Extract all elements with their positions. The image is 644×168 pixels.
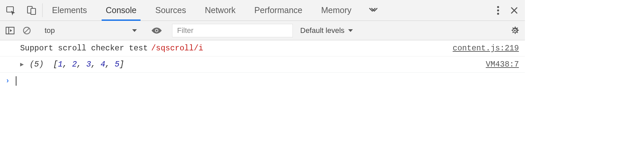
tab-elements[interactable]: Elements bbox=[43, 0, 96, 20]
array-item: 1 bbox=[58, 60, 63, 69]
log-text: Support scroll checker test bbox=[20, 44, 148, 53]
prompt-chevron-icon: › bbox=[5, 77, 10, 85]
lead-icons bbox=[0, 0, 42, 20]
svg-rect-0 bbox=[7, 7, 13, 12]
toggle-sidebar-icon[interactable] bbox=[3, 24, 17, 37]
device-toggle-icon[interactable] bbox=[25, 4, 38, 17]
devtools-tab-bar: Elements Console Sources Network Perform… bbox=[0, 0, 525, 21]
levels-label: Default levels bbox=[300, 26, 344, 35]
array-length: (5) bbox=[30, 60, 44, 69]
console-settings-icon[interactable] bbox=[508, 24, 522, 37]
tab-label: Sources bbox=[155, 5, 186, 15]
tabs-overflow-button[interactable] bbox=[361, 0, 386, 20]
console-output: Support scroll checker test /sqscroll/i … bbox=[0, 40, 525, 89]
close-icon[interactable] bbox=[507, 4, 521, 17]
log-row: Support scroll checker test /sqscroll/i … bbox=[0, 40, 525, 56]
svg-point-5 bbox=[497, 13, 499, 15]
tab-label: Memory bbox=[321, 5, 351, 15]
log-message: ▶ (5) [1, 2, 3, 4, 5] bbox=[20, 60, 486, 69]
live-expression-icon[interactable] bbox=[148, 27, 165, 35]
tab-label: Performance bbox=[254, 5, 302, 15]
log-levels-selector[interactable]: Default levels bbox=[296, 26, 357, 35]
svg-point-4 bbox=[497, 9, 499, 11]
context-label: top bbox=[45, 26, 55, 35]
log-source-link[interactable]: content.js:219 bbox=[453, 44, 521, 53]
tab-label: Elements bbox=[52, 5, 87, 15]
array-item: 3 bbox=[86, 60, 91, 69]
svg-line-9 bbox=[24, 28, 29, 33]
log-regex: /sqscroll/i bbox=[151, 44, 203, 53]
svg-rect-2 bbox=[31, 8, 36, 14]
array-item: 5 bbox=[115, 60, 119, 69]
bracket-close: ] bbox=[119, 60, 124, 69]
svg-point-3 bbox=[497, 6, 499, 8]
chevron-down-icon bbox=[132, 29, 137, 33]
filter-input[interactable] bbox=[172, 24, 293, 37]
trail-icons bbox=[480, 0, 525, 20]
svg-point-11 bbox=[156, 30, 158, 32]
console-toolbar: top Default levels bbox=[0, 21, 525, 40]
tab-network[interactable]: Network bbox=[196, 0, 245, 20]
console-prompt[interactable]: › bbox=[0, 73, 525, 89]
tab-label: Network bbox=[205, 5, 236, 15]
tabs-container: Elements Console Sources Network Perform… bbox=[43, 0, 480, 20]
text-caret bbox=[16, 76, 16, 86]
array-item: 4 bbox=[101, 60, 105, 69]
inspect-element-icon[interactable] bbox=[4, 4, 17, 17]
tab-label: Console bbox=[106, 5, 137, 15]
clear-console-icon[interactable] bbox=[20, 24, 34, 37]
array-item: 2 bbox=[72, 60, 77, 69]
log-message: Support scroll checker test /sqscroll/i bbox=[20, 44, 453, 53]
expand-icon[interactable]: ▶ bbox=[20, 60, 26, 68]
log-row: ▶ (5) [1, 2, 3, 4, 5] VM438:7 bbox=[0, 56, 525, 73]
context-selector[interactable]: top bbox=[41, 24, 141, 37]
tab-performance[interactable]: Performance bbox=[245, 0, 312, 20]
bracket-open: [ bbox=[53, 60, 58, 69]
kebab-menu-icon[interactable] bbox=[491, 4, 505, 17]
tab-memory[interactable]: Memory bbox=[312, 0, 361, 20]
log-source-link[interactable]: VM438:7 bbox=[486, 60, 521, 69]
tab-console[interactable]: Console bbox=[96, 0, 146, 20]
chevron-down-icon bbox=[348, 29, 353, 33]
tab-sources[interactable]: Sources bbox=[146, 0, 196, 20]
